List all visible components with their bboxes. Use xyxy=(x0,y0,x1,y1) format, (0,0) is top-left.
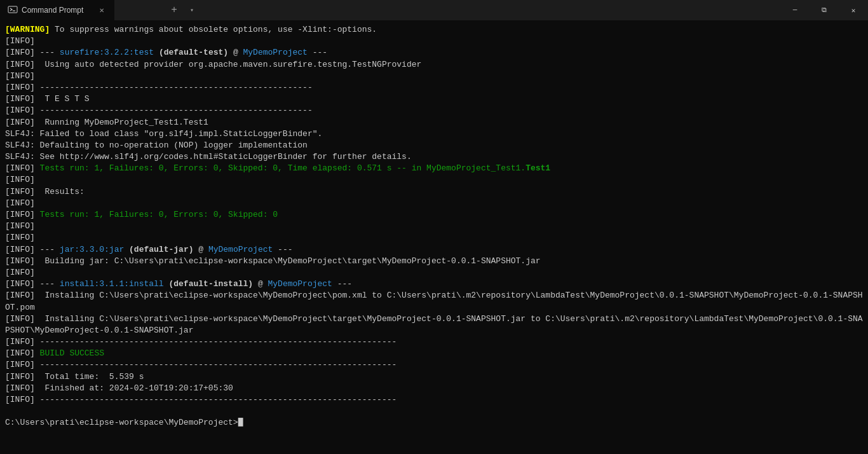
terminal-line: SLF4J: Defaulting to no-operation (NOP) … xyxy=(5,140,863,151)
terminal-line: [INFO] --- jar:3.3.0:jar (default-jar) @… xyxy=(5,244,863,256)
terminal-icon xyxy=(8,4,18,17)
terminal-line: [INFO] ---------------------------------… xyxy=(5,336,863,348)
terminal-line: [INFO] Tests run: 1, Failures: 0, Errors… xyxy=(5,163,863,174)
terminal-line: [INFO] ---------------------------------… xyxy=(5,394,863,406)
terminal-line: [INFO] Tests run: 1, Failures: 0, Errors… xyxy=(5,209,863,221)
titlebar: Command Prompt ✕ + ▾ ─ ⧉ ✕ xyxy=(0,0,868,20)
maximize-button[interactable]: ⧉ xyxy=(810,0,839,20)
terminal-line: [INFO] Installing C:\Users\prati\eclipse… xyxy=(5,290,863,313)
terminal-line: [INFO] Total time: 5.539 s xyxy=(5,371,863,383)
window-controls: ─ ⧉ ✕ xyxy=(780,0,868,20)
terminal-line: [INFO] xyxy=(5,267,863,279)
terminal-line: [INFO] --- surefire:3.2.2:test (default-… xyxy=(5,47,863,58)
terminal-line: [INFO] xyxy=(5,36,863,47)
terminal-line xyxy=(5,406,863,417)
terminal-output: [WARNING] To suppress warnings about obs… xyxy=(0,20,868,454)
terminal-line: [INFO] Finished at: 2024-02-10T19:20:17+… xyxy=(5,383,863,394)
terminal-line: [INFO] xyxy=(5,232,863,244)
terminal-line: C:\Users\prati\eclipse-workspace\MyDemoP… xyxy=(5,417,863,429)
terminal-line: SLF4J: Failed to load class "org.slf4j.i… xyxy=(5,128,863,140)
tab-title: Command Prompt xyxy=(22,6,97,15)
terminal-line: [INFO] --- install:3.1.1:install (defaul… xyxy=(5,279,863,290)
terminal-line: [INFO] ---------------------------------… xyxy=(5,359,863,371)
terminal-line: [INFO] T E S T S xyxy=(5,93,863,105)
tab-close-button[interactable]: ✕ xyxy=(97,5,107,15)
terminal-line: [INFO] Running MyDemoProject_Test1.Test1 xyxy=(5,117,863,128)
terminal-line: [INFO] Installing C:\Users\prati\eclipse… xyxy=(5,313,863,336)
active-tab[interactable]: Command Prompt ✕ xyxy=(0,0,114,20)
terminal-line: [INFO] ---------------------------------… xyxy=(5,105,863,116)
terminal-line: [INFO] xyxy=(5,71,863,82)
terminal-line: [WARNING] To suppress warnings about obs… xyxy=(5,24,863,36)
minimize-button[interactable]: ─ xyxy=(780,0,810,20)
terminal-line: [INFO] xyxy=(5,221,863,232)
terminal-line: [INFO] Results: xyxy=(5,186,863,198)
terminal-line: [INFO] Using auto detected provider org.… xyxy=(5,59,863,71)
terminal-line: [INFO] xyxy=(5,174,863,186)
close-button[interactable]: ✕ xyxy=(839,0,868,20)
new-tab-button[interactable]: + xyxy=(165,1,183,19)
terminal-line: [INFO] xyxy=(5,198,863,209)
terminal-line: [INFO] BUILD SUCCESS xyxy=(5,348,863,359)
terminal-line: [INFO] Building jar: C:\Users\prati\ecli… xyxy=(5,256,863,267)
terminal-line: SLF4J: See http://www.slf4j.org/codes.ht… xyxy=(5,151,863,163)
terminal-line: [INFO] ---------------------------------… xyxy=(5,82,863,93)
dropdown-button[interactable]: ▾ xyxy=(183,1,201,19)
